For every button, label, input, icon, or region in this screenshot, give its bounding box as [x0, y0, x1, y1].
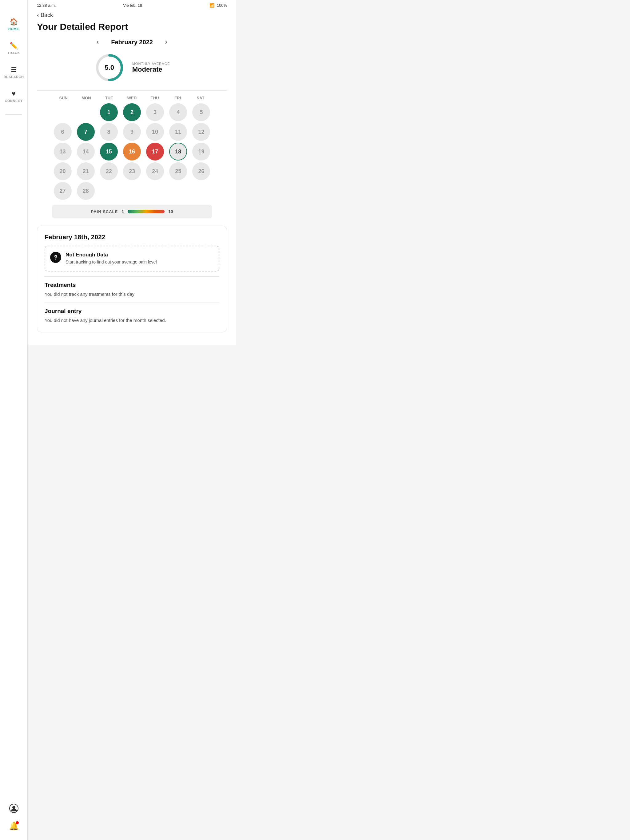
- journal-body: You did not have any journal entries for…: [44, 317, 219, 324]
- calendar-day[interactable]: 27: [54, 182, 72, 200]
- sidebar-item-track-label: TRACK: [7, 51, 20, 55]
- calendar-day[interactable]: 1: [100, 103, 118, 121]
- calendar-day[interactable]: 21: [77, 163, 95, 180]
- sidebar-item-connect-label: CONNECT: [5, 99, 23, 103]
- calendar-day: [77, 103, 95, 121]
- calendar-day[interactable]: 23: [123, 163, 141, 180]
- prev-month-button[interactable]: ‹: [97, 38, 99, 46]
- calendar-day[interactable]: 10: [146, 123, 164, 141]
- calendar-day[interactable]: 24: [146, 163, 164, 180]
- calendar-day[interactable]: 11: [169, 123, 187, 141]
- calendar-day[interactable]: 12: [192, 123, 210, 141]
- day-sat: SAT: [189, 96, 212, 100]
- no-data-box: ? Not Enough Data Start tracking to find…: [44, 246, 219, 272]
- calendar-day[interactable]: 14: [77, 143, 95, 161]
- track-icon: ✏️: [9, 42, 18, 50]
- calendar-day[interactable]: 3: [146, 103, 164, 121]
- day-sun: SUN: [52, 96, 75, 100]
- sidebar-item-track[interactable]: ✏️ TRACK: [2, 39, 26, 57]
- status-bar: 12:38 a.m. Vie feb. 18 📶 100%: [37, 0, 227, 8]
- calendar-day[interactable]: 18: [169, 143, 187, 161]
- no-data-title: Not Enough Data: [65, 252, 157, 258]
- page-title: Your Detailed Report: [37, 22, 227, 32]
- calendar-day[interactable]: 22: [100, 163, 118, 180]
- calendar-day[interactable]: 19: [192, 143, 210, 161]
- calendar-day[interactable]: 5: [192, 103, 210, 121]
- pain-scale-row: PAIN SCALE 1 10: [52, 205, 212, 218]
- calendar-day: [169, 182, 187, 200]
- treatments-body: You did not track any treatments for thi…: [44, 291, 219, 298]
- calendar-day[interactable]: 25: [169, 163, 187, 180]
- calendar-day[interactable]: 20: [54, 163, 72, 180]
- calendar-day[interactable]: 13: [54, 143, 72, 161]
- day-mon: MON: [75, 96, 98, 100]
- calendar-day[interactable]: 8: [100, 123, 118, 141]
- average-score: 5.0: [104, 64, 114, 72]
- no-data-content: Not Enough Data Start tracking to find o…: [65, 252, 157, 265]
- day-wed: WED: [120, 96, 143, 100]
- detail-card: February 18th, 2022 ? Not Enough Data St…: [37, 226, 227, 332]
- calendar-day[interactable]: 6: [54, 123, 72, 141]
- journal-title: Journal entry: [44, 308, 219, 314]
- calendar-day[interactable]: 2: [123, 103, 141, 121]
- treatments-divider: [44, 276, 219, 277]
- average-row: 5.0 MONTHLY AVERAGE Moderate: [37, 52, 227, 83]
- month-nav: ‹ February 2022 ›: [37, 38, 227, 46]
- calendar-day[interactable]: 26: [192, 163, 210, 180]
- calendar-day: [100, 182, 118, 200]
- calendar-header: SUN MON TUE WED THU FRI SAT: [52, 96, 212, 100]
- wifi-icon: 📶: [209, 3, 214, 8]
- battery-level: 100%: [217, 3, 227, 8]
- calendar-day: [54, 103, 72, 121]
- calendar-day: [123, 182, 141, 200]
- avg-value: Moderate: [132, 65, 170, 74]
- no-data-subtitle: Start tracking to find out your average …: [65, 259, 157, 265]
- sidebar-divider: [6, 114, 22, 115]
- top-divider: [37, 90, 227, 91]
- pain-scale-max: 10: [168, 209, 173, 214]
- calendar-day: [192, 182, 210, 200]
- research-icon: ☰: [11, 66, 17, 74]
- next-month-button[interactable]: ›: [165, 38, 167, 46]
- calendar-grid: 1234567891011121314151617181920212223242…: [52, 103, 212, 200]
- detail-card-title: February 18th, 2022: [44, 234, 219, 241]
- avg-label: MONTHLY AVERAGE: [132, 62, 170, 65]
- sidebar-item-home[interactable]: 🏠 HOME: [2, 15, 26, 33]
- ring-container: 5.0: [94, 52, 125, 83]
- sidebar-item-research[interactable]: ☰ RESEARCH: [2, 63, 26, 81]
- pain-scale-label: PAIN SCALE: [91, 209, 118, 214]
- back-button[interactable]: ‹ Back: [37, 12, 227, 19]
- calendar-day[interactable]: 17: [146, 143, 164, 161]
- day-tue: TUE: [98, 96, 120, 100]
- day-thu: THU: [143, 96, 166, 100]
- connect-icon: ♥: [12, 90, 16, 98]
- day-fri: FRI: [166, 96, 189, 100]
- calendar-day: [146, 182, 164, 200]
- back-arrow-icon: ‹: [37, 12, 39, 19]
- pain-scale-bar: [128, 210, 165, 213]
- sidebar-item-home-label: HOME: [8, 27, 19, 31]
- home-icon: 🏠: [9, 18, 18, 26]
- main-content: 12:38 a.m. Vie feb. 18 📶 100% ‹ Back You…: [28, 0, 236, 345]
- calendar-day[interactable]: 15: [100, 143, 118, 161]
- journal-divider: [44, 303, 219, 303]
- status-right: 📶 100%: [209, 3, 227, 8]
- pain-scale-min: 1: [122, 209, 124, 214]
- status-date: Vie feb. 18: [123, 3, 142, 8]
- sidebar: 🏠 HOME ✏️ TRACK ☰ RESEARCH ♥ CONNECT 🔔: [0, 0, 28, 345]
- sidebar-item-connect[interactable]: ♥ CONNECT: [2, 87, 26, 105]
- question-icon: ?: [50, 252, 61, 263]
- status-time: 12:38 a.m.: [37, 3, 56, 8]
- treatments-title: Treatments: [44, 282, 219, 288]
- calendar-day[interactable]: 7: [77, 123, 95, 141]
- sidebar-item-research-label: RESEARCH: [4, 75, 24, 79]
- calendar-day[interactable]: 4: [169, 103, 187, 121]
- average-text: MONTHLY AVERAGE Moderate: [132, 62, 170, 74]
- calendar-day[interactable]: 16: [123, 143, 141, 161]
- back-label: Back: [41, 12, 53, 19]
- calendar: SUN MON TUE WED THU FRI SAT 123456789101…: [52, 96, 212, 200]
- current-month-label: February 2022: [111, 39, 153, 46]
- calendar-day[interactable]: 9: [123, 123, 141, 141]
- calendar-day[interactable]: 28: [77, 182, 95, 200]
